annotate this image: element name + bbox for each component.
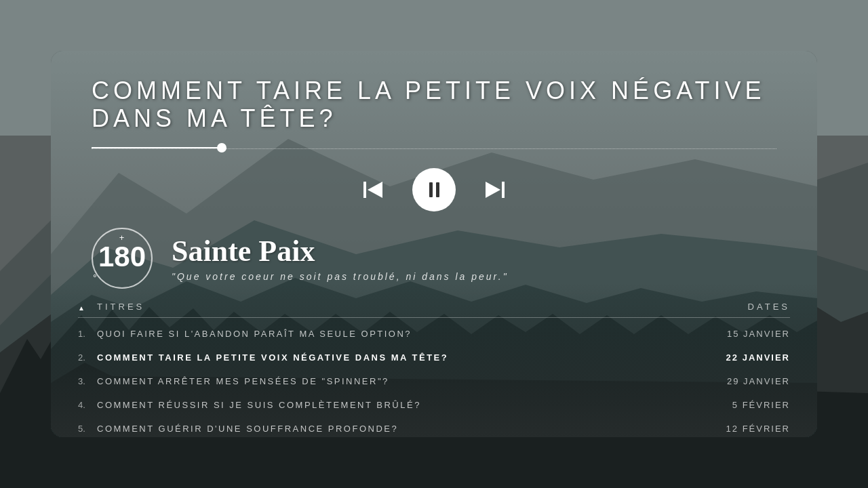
- pause-button[interactable]: [412, 168, 456, 211]
- playlist-section: ▲ TITRES DATES 1.QUOI FAIRE SI L'ABANDON…: [51, 301, 817, 437]
- playlist-row-5[interactable]: 5.COMMENT GUÉRIR D'UNE SOUFFRANCE PROFON…: [78, 417, 790, 437]
- svg-rect-14: [502, 182, 505, 198]
- header-dates: DATES: [682, 302, 790, 312]
- row-num-4: 4.: [78, 400, 97, 410]
- row-date-5: 12 FÉVRIER: [682, 424, 790, 434]
- artist-tagline: "Que votre coeur ne soit pas troublé, ni…: [172, 271, 509, 282]
- progress-bar[interactable]: [92, 148, 776, 149]
- row-title-3: COMMENT ARRÊTER MES PENSÉES DE "SPINNER"…: [97, 376, 682, 386]
- row-title-2: COMMENT TAIRE LA PETITE VOIX NÉGATIVE DA…: [97, 352, 682, 363]
- pause-bar-right: [436, 182, 439, 197]
- artist-info: Sainte Paix "Que votre coeur ne soit pas…: [172, 234, 509, 282]
- next-button[interactable]: [483, 178, 507, 202]
- row-title-5: COMMENT GUÉRIR D'UNE SOUFFRANCE PROFONDE…: [97, 424, 682, 434]
- row-date-1: 15 JANVIER: [682, 329, 790, 339]
- logo-number: 180: [98, 243, 146, 271]
- row-num-3: 3.: [78, 376, 97, 386]
- artist-name: Sainte Paix: [172, 234, 509, 268]
- pause-icon: [429, 182, 439, 197]
- background: COMMENT TAIRE LA PETITE VOIX NÉGATIVE DA…: [0, 0, 868, 488]
- pause-bar-left: [429, 182, 433, 197]
- row-num-1: 1.: [78, 329, 97, 339]
- playlist-header: ▲ TITRES DATES: [78, 301, 790, 318]
- playlist-row-4[interactable]: 4.COMMENT RÉUSSIR SI JE SUIS COMPLÈTEMEN…: [78, 393, 790, 417]
- logo-degree: °: [93, 272, 97, 283]
- playlist-row-1[interactable]: 1.QUOI FAIRE SI L'ABANDON PARAÎT MA SEUL…: [78, 322, 790, 346]
- row-date-2: 22 JANVIER: [682, 352, 790, 363]
- row-num-5: 5.: [78, 424, 97, 434]
- top-section: COMMENT TAIRE LA PETITE VOIX NÉGATIVE DA…: [51, 51, 817, 149]
- player-card: COMMENT TAIRE LA PETITE VOIX NÉGATIVE DA…: [51, 51, 817, 437]
- progress-thumb[interactable]: [217, 143, 226, 152]
- controls-section: [51, 168, 817, 211]
- prev-icon: [361, 178, 385, 202]
- playlist-rows: 1.QUOI FAIRE SI L'ABANDON PARAÎT MA SEUL…: [78, 322, 790, 437]
- artist-section: + 180 ° Sainte Paix "Que votre coeur ne …: [51, 211, 817, 289]
- svg-marker-15: [486, 182, 500, 198]
- svg-rect-12: [363, 182, 366, 198]
- row-title-4: COMMENT RÉUSSIR SI JE SUIS COMPLÈTEMENT …: [97, 400, 682, 410]
- header-num: ▲: [78, 301, 97, 313]
- svg-marker-13: [368, 182, 382, 198]
- logo-circle: + 180 °: [92, 228, 153, 289]
- playlist-row-3[interactable]: 3.COMMENT ARRÊTER MES PENSÉES DE "SPINNE…: [78, 369, 790, 393]
- progress-track[interactable]: [92, 148, 776, 149]
- row-date-4: 5 FÉVRIER: [682, 400, 790, 410]
- main-title: COMMENT TAIRE LA PETITE VOIX NÉGATIVE DA…: [92, 77, 776, 133]
- sort-arrow-icon: ▲: [78, 304, 85, 312]
- row-num-2: 2.: [78, 352, 97, 363]
- row-title-1: QUOI FAIRE SI L'ABANDON PARAÎT MA SEULE …: [97, 329, 682, 339]
- header-titres: TITRES: [97, 302, 682, 312]
- row-date-3: 29 JANVIER: [682, 376, 790, 386]
- prev-button[interactable]: [361, 178, 385, 202]
- next-icon: [483, 178, 507, 202]
- playlist-row-2[interactable]: 2.COMMENT TAIRE LA PETITE VOIX NÉGATIVE …: [78, 346, 790, 369]
- card-content: COMMENT TAIRE LA PETITE VOIX NÉGATIVE DA…: [51, 51, 817, 437]
- progress-filled: [92, 147, 222, 148]
